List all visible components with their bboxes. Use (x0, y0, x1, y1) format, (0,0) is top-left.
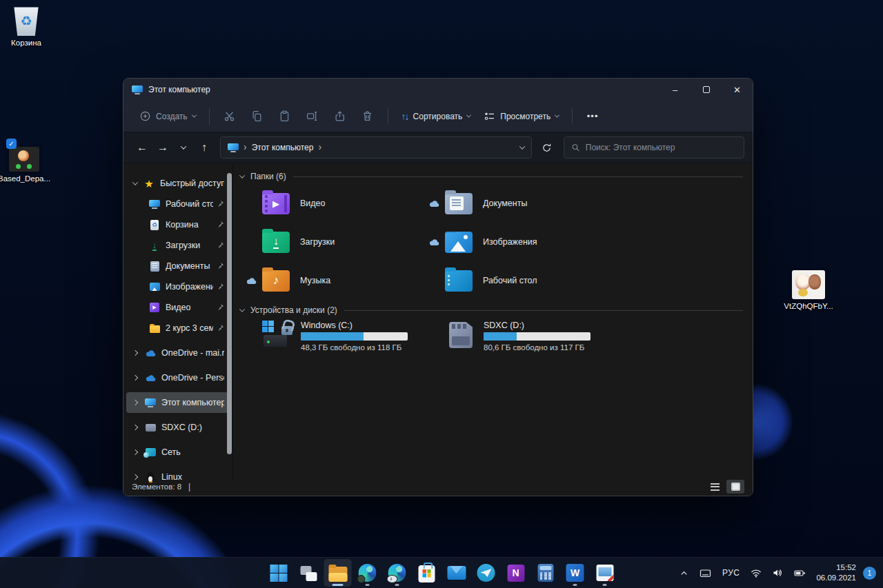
start-button[interactable] (265, 559, 292, 587)
sidebar-item-network[interactable]: Сеть (126, 442, 230, 463)
titlebar[interactable]: Этот компьютер – ✕ (123, 79, 753, 101)
calculator-button[interactable] (532, 559, 559, 587)
folder-tile-desktop[interactable]: Рабочий стол (423, 261, 606, 300)
chevron-collapsed-icon[interactable] (132, 400, 138, 405)
rename-button[interactable] (299, 105, 326, 128)
sidebar-item-videos[interactable]: ▶ Видео (126, 297, 230, 318)
delete-button[interactable] (355, 105, 381, 128)
volume-status[interactable] (768, 559, 788, 587)
sidebar-item-downloads[interactable]: ↓ Загрузки (126, 235, 230, 256)
up-button[interactable]: ↑ (194, 137, 215, 158)
sidebar-item-desktop[interactable]: Рабочий стол (126, 194, 230, 214)
microsoft-store-button[interactable] (413, 559, 441, 587)
back-button[interactable]: ← (132, 137, 152, 158)
chevron-expanded-icon[interactable] (132, 179, 138, 185)
sort-button[interactable]: ↑↓ Сортировать (395, 106, 477, 127)
folder-tile-music[interactable]: ♪ Музыка (240, 261, 423, 300)
sidebar-item-onedrive-personal[interactable]: OneDrive - Personal (126, 367, 230, 388)
drive-tile-sdxc-d[interactable]: SDXC (D:) 80,6 ГБ свободно из 117 ГБ (423, 321, 606, 361)
desktop-icon-based-depa[interactable]: ✓ Based_Depa... (0, 147, 50, 183)
share-button[interactable] (327, 105, 353, 128)
pin-icon[interactable] (216, 241, 224, 250)
minimize-button[interactable]: – (659, 79, 691, 101)
maximize-button[interactable] (691, 79, 722, 101)
share-icon (334, 110, 346, 122)
clock[interactable]: 15:52 06.09.2021 (812, 562, 862, 583)
refresh-button[interactable] (536, 137, 557, 158)
folder-tile-videos[interactable]: ▶ Видео (240, 184, 423, 223)
onedrive-status-cloud-icon (246, 276, 257, 285)
large-icons-view-icon (731, 483, 740, 491)
pin-icon[interactable] (216, 221, 224, 229)
chevron-down-icon (466, 113, 471, 118)
telegram-button[interactable] (473, 559, 500, 587)
language-indicator[interactable]: РУС (717, 559, 745, 587)
show-hidden-icons-button[interactable] (675, 559, 693, 587)
mail-icon (447, 566, 466, 580)
chevron-collapsed-icon[interactable] (132, 350, 138, 356)
copy-button[interactable] (244, 105, 270, 128)
view-button[interactable]: Просмотреть (478, 106, 565, 127)
section-header-drives[interactable]: Устройства и диски (2) (240, 305, 753, 315)
onenote-icon: N (507, 565, 524, 582)
paste-button[interactable] (272, 105, 298, 128)
onenote-button[interactable]: N (502, 559, 530, 587)
pin-icon[interactable] (216, 283, 224, 291)
pictures-icon (150, 283, 160, 291)
cut-button[interactable] (217, 105, 243, 128)
word-button[interactable]: W (562, 559, 589, 587)
sidebar-item-sdxc[interactable]: SDXC (D:) (126, 417, 230, 438)
address-dropdown-icon[interactable] (519, 143, 525, 149)
drive-tile-windows-c[interactable]: Windows (C:) 48,3 ГБ свободно из 118 ГБ (240, 321, 423, 361)
battery-status[interactable] (789, 559, 811, 587)
chevron-collapsed-icon[interactable] (132, 449, 138, 455)
chevron-expanded-icon[interactable] (239, 306, 245, 312)
sidebar-item-folder[interactable]: 2 курс 3 сем (126, 318, 230, 338)
search-box[interactable] (564, 136, 744, 159)
edge-beta-button[interactable] (384, 559, 411, 587)
pin-icon[interactable] (216, 303, 224, 312)
chevron-expanded-icon[interactable] (239, 172, 245, 178)
edge-icon (359, 564, 377, 582)
touch-keyboard-button[interactable] (695, 559, 716, 587)
sidebar-item-onedrive-mai[interactable]: OneDrive - mai.ru (126, 343, 230, 363)
sidebar-item-pictures[interactable]: Изображения (126, 276, 230, 297)
new-button[interactable]: Создать (133, 105, 202, 127)
task-view-button[interactable] (295, 559, 322, 587)
large-icons-view-button[interactable] (726, 480, 744, 494)
sidebar-item-quick-access[interactable]: ★ Быстрый доступ (126, 173, 230, 194)
network-status[interactable] (746, 559, 766, 587)
sidebar-item-this-pc[interactable]: Этот компьютер (126, 392, 230, 413)
recent-locations-button[interactable] (173, 137, 194, 158)
folder-tile-downloads[interactable]: ↓ Загрузки (240, 223, 423, 261)
sidebar-item-linux[interactable]: Linux (126, 467, 230, 487)
forward-button[interactable]: → (152, 137, 173, 158)
chevron-collapsed-icon[interactable] (132, 425, 138, 430)
pin-icon[interactable] (216, 200, 224, 208)
videos-folder-icon: ▶ (262, 193, 290, 214)
desktop-icon-recycle-bin[interactable]: ♻ Корзина (0, 4, 52, 47)
edge-button[interactable] (354, 559, 381, 587)
photos-button[interactable] (591, 559, 619, 587)
folder-tile-pictures[interactable]: Изображения (423, 223, 606, 261)
details-view-button[interactable] (706, 480, 724, 494)
sidebar-scrollbar[interactable] (227, 173, 232, 454)
chevron-collapsed-icon[interactable] (132, 474, 138, 480)
notification-badge[interactable]: 1 (863, 567, 876, 580)
pin-icon[interactable] (216, 262, 224, 270)
taskbar: N W РУС (0, 557, 883, 588)
breadcrumb[interactable]: › Этот компьютер › (220, 136, 532, 159)
more-options-button[interactable]: ••• (579, 105, 606, 128)
sidebar-item-documents[interactable]: Документы (126, 256, 230, 276)
section-header-folders[interactable]: Папки (6) (240, 172, 753, 181)
mail-button[interactable] (443, 559, 470, 587)
chevron-collapsed-icon[interactable] (132, 375, 138, 381)
file-explorer-button[interactable] (324, 559, 352, 587)
breadcrumb-item[interactable]: Этот компьютер (252, 143, 314, 152)
folder-tile-documents[interactable]: Документы (423, 184, 606, 223)
pin-icon[interactable] (216, 324, 224, 332)
close-button[interactable]: ✕ (722, 79, 753, 101)
sidebar-item-recycle-bin[interactable]: ♻ Корзина (126, 214, 230, 235)
desktop-icon-vtz-image[interactable]: VtZQhQFbY... (782, 270, 835, 310)
search-input[interactable] (586, 143, 737, 152)
